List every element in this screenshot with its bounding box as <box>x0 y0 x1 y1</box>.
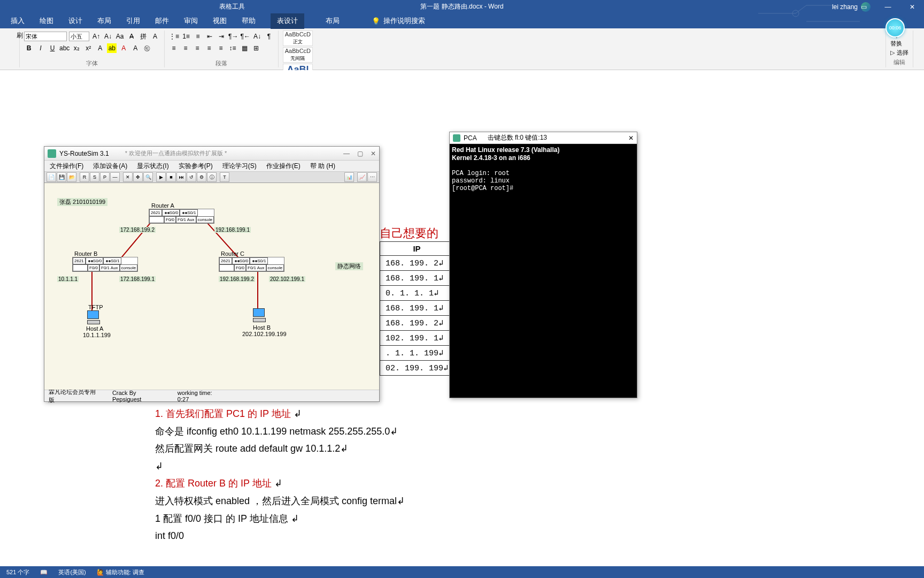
tab-view[interactable]: 视图 <box>213 16 227 26</box>
justify-icon[interactable]: ≡ <box>204 43 214 53</box>
align-left-icon[interactable]: ≡ <box>169 43 179 53</box>
font-name-combo[interactable] <box>24 32 67 41</box>
char-shading-icon[interactable]: A <box>130 43 140 53</box>
tell-me-search[interactable]: 💡 操作说明搜索 <box>372 16 425 26</box>
underline-button[interactable]: U <box>48 43 57 53</box>
tab-review[interactable]: 审阅 <box>184 16 198 26</box>
ltr-icon[interactable]: ¶→ <box>228 32 238 41</box>
tb-move-icon[interactable]: ✥ <box>133 172 143 182</box>
enclose-char-icon[interactable]: ㊓ <box>142 43 152 53</box>
shrink-font-icon[interactable]: A↓ <box>103 32 113 41</box>
sort-icon[interactable]: A↓ <box>252 32 262 41</box>
tb-info-icon[interactable]: ⓘ <box>207 172 217 182</box>
style-1[interactable]: AaBbCcD无间隔 <box>283 47 313 63</box>
minimize-icon[interactable]: — <box>876 0 900 13</box>
proofing-icon[interactable]: 📖 <box>40 569 48 576</box>
tb-step-icon[interactable]: ⏭ <box>176 172 186 182</box>
tab-references[interactable]: 引用 <box>126 16 140 26</box>
select-button[interactable]: ▷ 选择 <box>890 49 908 57</box>
tb-stats-icon[interactable]: 📈 <box>357 172 367 182</box>
tb-open-icon[interactable]: 📂 <box>67 172 76 182</box>
tab-mailings[interactable]: 邮件 <box>155 16 169 26</box>
tb-stop-icon[interactable]: ■ <box>166 172 176 182</box>
highlight-icon[interactable]: ab <box>107 43 117 53</box>
tb-delete-icon[interactable]: ✕ <box>123 172 133 182</box>
tb-zoom-icon[interactable]: 🔍 <box>143 172 153 182</box>
tab-insert[interactable]: 插入 <box>11 16 25 26</box>
tb-new-icon[interactable]: 📄 <box>47 172 56 182</box>
line-spacing-icon[interactable]: ↕≡ <box>228 43 237 53</box>
font-color-icon[interactable]: A <box>119 43 128 53</box>
routesim-close-icon[interactable]: ✕ <box>371 150 376 157</box>
tab-table-layout[interactable]: 布局 <box>319 13 346 29</box>
borders-icon[interactable]: ⊞ <box>251 43 261 53</box>
replace-button[interactable]: 替换 <box>890 40 908 48</box>
italic-button[interactable]: I <box>36 43 45 53</box>
host-a-icon[interactable] <box>87 310 100 326</box>
tb-run-icon[interactable]: ▶ <box>156 172 166 182</box>
rs-menu-2[interactable]: 显示状态(I) <box>137 162 168 171</box>
font-size-combo[interactable] <box>69 32 89 41</box>
close-icon[interactable]: ✕ <box>900 0 924 13</box>
word-count[interactable]: 521 个字 <box>6 568 29 576</box>
inc-indent-icon[interactable]: ⇥ <box>217 32 226 41</box>
char-border-icon[interactable]: A <box>150 32 160 41</box>
tb-chart-icon[interactable]: 📊 <box>344 172 354 182</box>
bold-button[interactable]: B <box>24 43 34 53</box>
tab-design[interactable]: 设计 <box>68 16 82 26</box>
tb-config-icon[interactable]: ⚙ <box>197 172 206 182</box>
router-b[interactable]: 2621 S0/0 S0/1 F0/0 F0/1 Aux console <box>72 257 138 272</box>
routesim-titlebar[interactable]: YS-RouteSim 3.1 * 欢迎使用一点通路由模拟软件扩展版 * — ▢… <box>44 147 379 161</box>
multilevel-icon[interactable]: ≡ <box>193 32 203 41</box>
style-0[interactable]: AaBbCcD正文 <box>283 31 313 46</box>
tb-switch-icon[interactable]: S <box>90 172 99 182</box>
change-case-icon[interactable]: Aa <box>115 32 125 41</box>
rs-menu-4[interactable]: 理论学习(S) <box>222 162 257 171</box>
pca-titlebar[interactable]: PCA 击键总数 fl:0 键值:13 ✕ <box>450 132 637 144</box>
tb-link-icon[interactable]: — <box>110 172 120 182</box>
routesim-canvas[interactable]: 张磊 2101010199 静态网络 Router A 2621 S0/0 S0… <box>44 183 379 390</box>
clear-format-icon[interactable]: A̶ <box>127 32 136 41</box>
distribute-icon[interactable]: ≡ <box>216 43 226 53</box>
tab-table-design[interactable]: 表设计 <box>271 13 304 29</box>
tab-layout[interactable]: 布局 <box>97 16 111 26</box>
grow-font-icon[interactable]: A↑ <box>91 32 101 41</box>
numbering-icon[interactable]: 1≡ <box>181 32 191 41</box>
rs-menu-1[interactable]: 添加设备(A) <box>93 162 127 171</box>
tab-draw[interactable]: 绘图 <box>40 16 53 26</box>
text-effects-icon[interactable]: A <box>95 43 105 53</box>
pca-terminal[interactable]: Red Hat Linux release 7.3 (Valhalla) Ker… <box>450 144 637 398</box>
timer-badge[interactable]: 00:06 <box>886 18 905 37</box>
subscript-button[interactable]: x₂ <box>72 43 81 53</box>
superscript-button[interactable]: x² <box>83 43 93 53</box>
ribbon-options-icon[interactable]: ▭ <box>852 0 876 13</box>
pca-close-icon[interactable]: ✕ <box>628 134 634 142</box>
router-a[interactable]: 2621 S0/0 S0/1 F0/0 F0/1 Aux console <box>149 209 214 224</box>
tab-help[interactable]: 帮助 <box>242 16 256 26</box>
routesim-minimize-icon[interactable]: — <box>343 150 350 157</box>
phonetic-icon[interactable]: 拼 <box>138 32 148 41</box>
tb-reset-icon[interactable]: ↺ <box>187 172 196 182</box>
tb-pc-icon[interactable]: P <box>100 172 110 182</box>
accessibility-status[interactable]: 🙋 辅助功能: 调查 <box>97 568 144 576</box>
show-marks-icon[interactable]: ¶ <box>264 32 274 41</box>
router-c[interactable]: 2621 S0/0 S0/1 F0/0 F0/1 Aux console <box>219 257 284 272</box>
routesim-maximize-icon[interactable]: ▢ <box>357 150 363 157</box>
rs-menu-6[interactable]: 帮 助 (H) <box>310 162 335 171</box>
align-center-icon[interactable]: ≡ <box>181 43 190 53</box>
tb-save-icon[interactable]: 💾 <box>57 172 66 182</box>
tb-router-icon[interactable]: R <box>80 172 89 182</box>
align-right-icon[interactable]: ≡ <box>192 43 202 53</box>
document-body[interactable]: 1. 首先我们配置 PC1 的 IP 地址 ↲ 命令是 ifconfig eth… <box>155 405 529 545</box>
strike-button[interactable]: abc <box>59 43 70 53</box>
shading-icon[interactable]: ▦ <box>240 43 249 53</box>
rs-menu-0[interactable]: 文件操作(F) <box>50 162 83 171</box>
bullets-icon[interactable]: ⋮≡ <box>169 32 179 41</box>
dec-indent-icon[interactable]: ⇤ <box>205 32 214 41</box>
rs-menu-3[interactable]: 实验参考(P) <box>179 162 213 171</box>
rs-menu-5[interactable]: 作业操作(E) <box>266 162 301 171</box>
rtl-icon[interactable]: ¶← <box>240 32 250 41</box>
tb-more-icon[interactable]: ⋯ <box>367 172 377 182</box>
host-b-icon[interactable] <box>253 308 266 324</box>
language-status[interactable]: 英语(美国) <box>58 568 86 576</box>
